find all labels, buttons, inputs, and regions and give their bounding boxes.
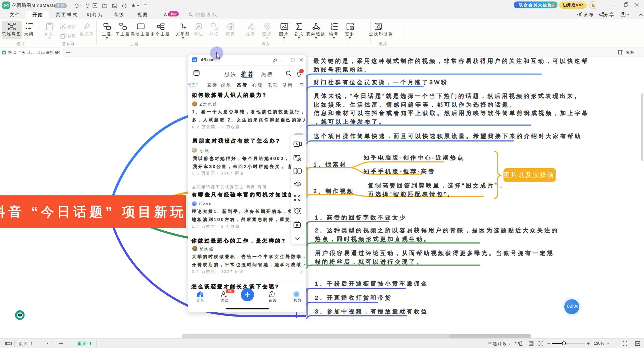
svg-text:iU: iU xyxy=(193,59,196,62)
